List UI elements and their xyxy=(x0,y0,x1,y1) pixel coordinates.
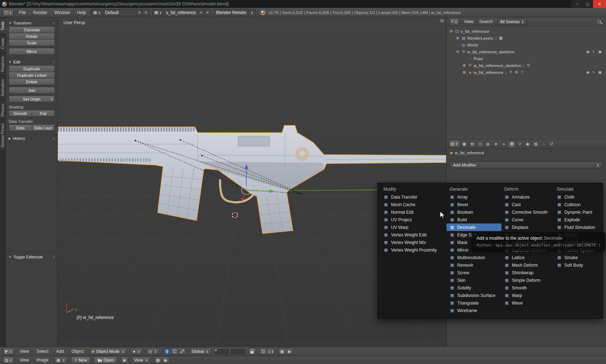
search-icon[interactable] xyxy=(598,20,601,23)
tab-object[interactable]: ■ xyxy=(492,141,500,147)
modifier-menu-item[interactable]: ▦Smoke xyxy=(554,254,600,261)
modifier-menu-item[interactable]: ▦Screw xyxy=(447,269,501,276)
modifier-menu-item[interactable]: ▦Normal Edit xyxy=(381,208,447,216)
expand-region-button[interactable] xyxy=(439,18,445,23)
tab-render[interactable]: ▣ xyxy=(460,141,468,147)
layer-toggle[interactable] xyxy=(226,352,229,354)
layer-toggle[interactable] xyxy=(242,352,245,354)
modifier-menu-item[interactable]: ▦Explode xyxy=(554,216,600,223)
modifier-menu-item[interactable]: ▦Mesh Cache xyxy=(381,201,447,208)
layer-toggle[interactable] xyxy=(223,352,226,354)
layer-toggle[interactable] xyxy=(218,352,220,354)
eye-icon[interactable]: ◉ xyxy=(586,70,589,74)
history-panel-header[interactable]: History xyxy=(9,135,55,142)
data-layout-button[interactable]: Data Layo xyxy=(32,124,55,131)
layer-toggle[interactable] xyxy=(215,352,217,354)
modifier-menu-item[interactable]: ▦Skin xyxy=(447,276,501,284)
expander-icon[interactable]: ⊕ xyxy=(456,36,460,40)
color-channel-button[interactable]: ▦ xyxy=(154,356,162,364)
scale-manipulator-button[interactable] xyxy=(178,348,186,355)
layer-toggle[interactable] xyxy=(223,349,226,351)
modifier-menu-item[interactable]: ▦Vertex Weight Proximity xyxy=(381,246,447,254)
smooth-shading-button[interactable]: Smooth xyxy=(9,110,32,117)
outliner-row-scene[interactable]: ⊖ ◫ v_fal_reference xyxy=(447,28,606,35)
maximize-button[interactable] xyxy=(582,0,593,8)
duplicate-linked-button[interactable]: Duplicate Linked xyxy=(9,72,55,79)
expander-icon[interactable]: ⊕ xyxy=(462,63,466,67)
flat-shading-button[interactable]: Flat xyxy=(32,110,55,117)
layer-toggle[interactable] xyxy=(218,349,220,351)
translate-manipulator-button[interactable] xyxy=(163,348,171,355)
modifier-menu-item[interactable]: ▦Smooth xyxy=(501,284,554,292)
expander-icon[interactable]: ⊕ xyxy=(462,70,466,74)
modifier-menu-item[interactable]: ▦Fluid Simulation xyxy=(554,223,600,231)
outliner-search-menu[interactable]: Search xyxy=(478,19,494,24)
lock-to-scene-button[interactable] xyxy=(248,348,256,355)
layer-toggle[interactable] xyxy=(242,349,245,351)
modifier-menu-item[interactable]: ▦Curve xyxy=(501,216,554,223)
layer-toggle[interactable] xyxy=(231,352,233,354)
layout-name-field[interactable]: Default xyxy=(103,9,136,16)
editor-type-selector[interactable]: ▤ xyxy=(449,140,460,147)
image-mode-selector[interactable]: View xyxy=(132,356,151,364)
modifier-menu-item[interactable]: ▦Vertex Weight Edit xyxy=(381,231,447,239)
tab-animation[interactable]: Animation xyxy=(0,76,6,99)
rotate-button[interactable]: Rotate xyxy=(9,33,55,40)
modifier-menu-item[interactable]: ▦Vertex Weight Mix xyxy=(381,239,447,246)
layer-toggle[interactable] xyxy=(240,352,242,354)
outliner-row-pose[interactable]: ∴ Pose xyxy=(447,55,606,62)
edit-panel-header[interactable]: Edit xyxy=(9,59,55,65)
modifier-menu-item[interactable]: ▦Cloth xyxy=(554,193,600,201)
tab-render-layers[interactable]: ▤ xyxy=(468,141,476,147)
tab-grease-pencil[interactable]: Grease Pencil xyxy=(0,120,6,151)
open-image-button[interactable]: Open xyxy=(94,356,117,364)
outliner-row-renderlayers[interactable]: ⊕ ▤ RenderLayers ▦ xyxy=(447,35,606,41)
modifier-menu-item[interactable]: ▦Shrinkwrap xyxy=(501,269,554,276)
modifier-menu-item[interactable]: ▦Bevel xyxy=(447,201,501,208)
modifier-menu-item[interactable]: ▦Array xyxy=(447,193,501,201)
editor-type-selector[interactable]: ◰ xyxy=(3,9,14,16)
modifier-menu-item[interactable]: ▦Wireframe xyxy=(447,307,501,314)
operator-panel-header[interactable]: Toggle Editmode xyxy=(9,254,55,260)
modifier-menu-item[interactable]: ▦UV Warp xyxy=(381,223,447,231)
browse-image-selector[interactable]: ▦ xyxy=(54,356,68,364)
close-button[interactable] xyxy=(593,0,606,8)
scale-button[interactable]: Scale xyxy=(9,39,55,46)
layer-toggle[interactable] xyxy=(240,349,242,351)
selectable-icon[interactable]: ↖ xyxy=(592,70,595,74)
help-menu[interactable]: Help xyxy=(75,10,88,15)
selectable-icon[interactable]: ↖ xyxy=(592,50,595,54)
layer-toggle[interactable] xyxy=(234,352,236,354)
layer-toggle[interactable] xyxy=(234,349,236,351)
opengl-render-still-button[interactable]: ▣ xyxy=(278,348,286,355)
opengl-render-anim-button[interactable]: ▶ xyxy=(286,348,294,355)
editor-type-selector[interactable]: ▨ xyxy=(3,356,14,364)
layer-toggle[interactable] xyxy=(237,352,239,354)
rotate-manipulator-button[interactable] xyxy=(171,348,179,355)
modifier-menu-item[interactable]: ▦Soft Body xyxy=(554,261,600,269)
modifier-menu-item[interactable]: ▦Cast xyxy=(501,201,554,208)
expander-icon[interactable]: ⊖ xyxy=(449,29,453,33)
display-scope-selector[interactable]: All Scenes xyxy=(497,18,527,25)
layer-toggle[interactable] xyxy=(220,349,223,351)
editor-type-selector[interactable]: ≡ xyxy=(449,18,459,25)
pivot-point-selector[interactable]: ◎ xyxy=(146,348,160,355)
browse-scenes-button[interactable]: ▦ xyxy=(153,9,164,16)
modifier-menu-item[interactable]: ▦Warp xyxy=(501,292,554,299)
tab-relations[interactable]: Relations xyxy=(0,53,6,75)
delete-layout-button[interactable] xyxy=(143,9,149,16)
modifier-menu-item[interactable]: ▦Multiresolution xyxy=(447,254,501,261)
layer-toggle[interactable] xyxy=(231,349,233,351)
translate-button[interactable]: Translate xyxy=(9,26,55,33)
modifier-menu-item[interactable]: ▦Simple Deform xyxy=(501,276,554,284)
file-menu[interactable]: File xyxy=(17,10,28,15)
editor-type-selector[interactable]: ◩ xyxy=(3,348,14,355)
tab-scene[interactable]: ◫ xyxy=(476,141,484,147)
outliner-row-skeleton-object[interactable]: ⊖ Ψ w_fal_reference_skeleton ◉ ↖ ▣ xyxy=(447,48,606,55)
alpha-channel-button[interactable]: ◉ xyxy=(162,356,170,364)
scene-name-field[interactable]: v_fal_reference xyxy=(164,9,198,16)
image-menu[interactable]: Image xyxy=(34,358,50,363)
modifier-menu-item[interactable]: ▦Boolean xyxy=(447,208,501,216)
expander-icon[interactable]: ⊖ xyxy=(456,50,460,54)
outliner-row-world[interactable]: ◍ World xyxy=(447,41,606,48)
